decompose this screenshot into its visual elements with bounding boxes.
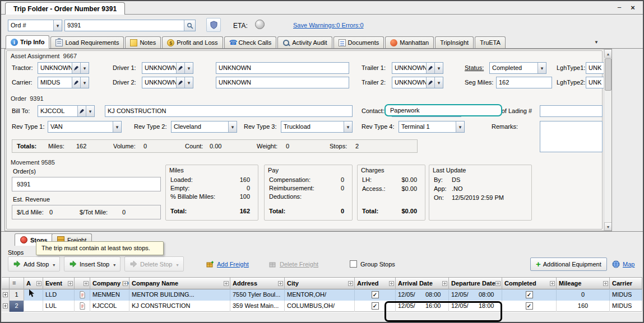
pin-icon[interactable]: [84, 281, 89, 286]
save-warnings-link[interactable]: Save Warnings:0 Errors:0: [293, 22, 364, 29]
remarks-textarea[interactable]: [540, 121, 603, 152]
lookup-icon[interactable]: [72, 77, 80, 88]
group-stops-toggle[interactable]: Group Stops: [350, 256, 395, 271]
chevron-down-icon[interactable]: [538, 63, 546, 73]
chevron-down-icon[interactable]: [434, 77, 443, 88]
scroll-down-icon[interactable]: ▼: [604, 222, 612, 231]
company-name-cell[interactable]: MENTOR BUILDING...: [129, 289, 230, 301]
group-stops-checkbox[interactable]: [350, 260, 357, 268]
tab-paperwork[interactable]: Paperwork: [384, 104, 502, 116]
header-mileage[interactable]: Mileage: [557, 278, 610, 289]
completed-cell[interactable]: ✓: [502, 289, 557, 301]
stop-type-cell[interactable]: [75, 301, 90, 312]
chevron-down-icon[interactable]: [434, 63, 443, 73]
pin-icon[interactable]: [68, 281, 73, 286]
tab-manhattan[interactable]: Manhattan: [385, 36, 434, 48]
chevron-down-icon[interactable]: [53, 20, 62, 31]
header-arrival-date[interactable]: Arrival Date: [396, 278, 449, 289]
tab-trip-info[interactable]: Trip Info: [6, 35, 49, 49]
company-name-cell[interactable]: KJ CONSTRUCTION: [129, 301, 230, 312]
expand-cell[interactable]: [2, 289, 10, 301]
active-row-cell[interactable]: [24, 301, 43, 312]
vertical-scrollbar[interactable]: ▲ ▼: [604, 49, 612, 231]
bill-to-combo[interactable]: KJCCOL: [38, 105, 95, 117]
completed-checkbox[interactable]: ✓: [526, 302, 533, 310]
tab-tripinsight[interactable]: TripInsight: [435, 36, 474, 48]
tab-trueta[interactable]: TruETA: [475, 36, 506, 48]
insert-stop-button[interactable]: Insert Stop: [64, 256, 121, 271]
tab-notes[interactable]: Notes: [125, 36, 161, 48]
pin-icon[interactable]: [495, 281, 501, 286]
active-row-cell[interactable]: [24, 289, 43, 301]
arrival-date-cell[interactable]: 12/05/ 08:00: [396, 289, 449, 301]
stop-type-cell[interactable]: [75, 289, 90, 301]
header-company-name[interactable]: Company Name: [129, 278, 230, 289]
lookup-icon[interactable]: [72, 63, 80, 73]
driver2-name-field[interactable]: UNKNOWN: [216, 77, 349, 88]
pin-icon[interactable]: [389, 281, 394, 286]
stop-row-1[interactable]: 1 LLD MENMEN MENTOR BUILDING... 7550 Tyl…: [2, 289, 642, 301]
tab-check-calls[interactable]: Check Calls: [224, 36, 277, 48]
status-combo[interactable]: Completed: [489, 62, 546, 74]
additional-equipment-button[interactable]: Additional Equipment: [530, 258, 607, 271]
address-cell[interactable]: 359 West Main...: [230, 301, 285, 312]
expand-icon[interactable]: [3, 292, 8, 297]
order-type-dropdown[interactable]: Ord #: [8, 20, 62, 31]
chevron-down-icon[interactable]: [344, 121, 352, 132]
row-number-cell[interactable]: 2: [10, 301, 24, 312]
driver1-combo[interactable]: UNKNOWN: [142, 62, 193, 74]
arrived-checkbox[interactable]: ✓: [372, 291, 379, 298]
header-carrier[interactable]: Carrier: [610, 278, 642, 289]
mileage-cell[interactable]: 0: [557, 289, 610, 301]
expand-icon[interactable]: [3, 303, 8, 308]
chevron-down-icon[interactable]: [184, 77, 193, 88]
chevron-down-ic[interactable]: [80, 77, 89, 88]
scrollbar-thumb[interactable]: [605, 58, 611, 91]
header-stop-type[interactable]: [75, 278, 90, 289]
pin-icon[interactable]: [123, 281, 128, 286]
driver2-combo[interactable]: UNKNOWN: [142, 77, 193, 88]
city-cell[interactable]: MENTOR,OH/: [285, 289, 355, 301]
arrived-checkbox[interactable]: ✓: [372, 302, 379, 310]
rev-type1-combo[interactable]: VAN: [48, 121, 122, 133]
close-button[interactable]: ×: [627, 3, 638, 13]
stop-row-2[interactable]: 2 LUL KJCCOL KJ CONSTRUCTION 359 West Ma…: [2, 301, 642, 312]
minimize-button[interactable]: −: [614, 3, 625, 13]
map-button[interactable]: Map: [612, 256, 634, 271]
add-freight-button[interactable]: Add Freight: [206, 256, 249, 271]
carrier-cell[interactable]: MIDUS: [610, 301, 642, 312]
address-cell[interactable]: 7550 Tyler Boul...: [230, 289, 285, 301]
departure-date-cell[interactable]: 12/05/ 08:00: [449, 289, 502, 301]
search-icon[interactable]: [184, 20, 195, 31]
add-stop-button[interactable]: Add Stop: [8, 256, 60, 271]
seg-miles-field[interactable]: 162: [496, 77, 552, 88]
header-row-indicator[interactable]: ≡: [10, 278, 24, 289]
completed-checkbox[interactable]: ✓: [526, 291, 533, 298]
tab-overflow-icon[interactable]: ▼: [594, 40, 599, 45]
row-number-cell[interactable]: 1: [10, 289, 24, 301]
tractor-combo[interactable]: UNKNOWN: [38, 62, 89, 74]
chevron-down-icon[interactable]: [228, 121, 237, 132]
header-company-id[interactable]: Company ID: [90, 278, 129, 289]
pin-icon[interactable]: [36, 281, 41, 286]
pin-icon[interactable]: [348, 281, 353, 286]
trailer2-combo[interactable]: UNKNOWN: [392, 77, 443, 88]
mileage-cell[interactable]: 160: [557, 301, 610, 312]
pin-icon[interactable]: [603, 281, 608, 286]
header-event[interactable]: Event: [43, 278, 75, 289]
lookup-icon[interactable]: [77, 106, 86, 116]
pin-icon[interactable]: [550, 281, 555, 286]
order-number-input[interactable]: 9391: [64, 20, 196, 31]
tab-documents[interactable]: Documents: [333, 36, 384, 48]
header-address[interactable]: Address: [230, 278, 285, 289]
company-id-cell[interactable]: KJCCOL: [90, 301, 129, 312]
rev-type4-combo[interactable]: Terminal 1: [399, 121, 465, 133]
header-city[interactable]: City: [285, 278, 355, 289]
chevron-down-icon[interactable]: [86, 106, 94, 116]
bill-to-name-field[interactable]: KJ CONSTRUCTION: [105, 105, 353, 117]
header-completed[interactable]: Completed: [502, 278, 557, 289]
trailer1-combo[interactable]: UNKNOWN: [392, 62, 443, 74]
tab-profit-and-loss[interactable]: Profit and Loss: [162, 36, 223, 48]
chevron-down-icon[interactable]: [184, 63, 193, 73]
pin-icon[interactable]: [278, 281, 283, 286]
